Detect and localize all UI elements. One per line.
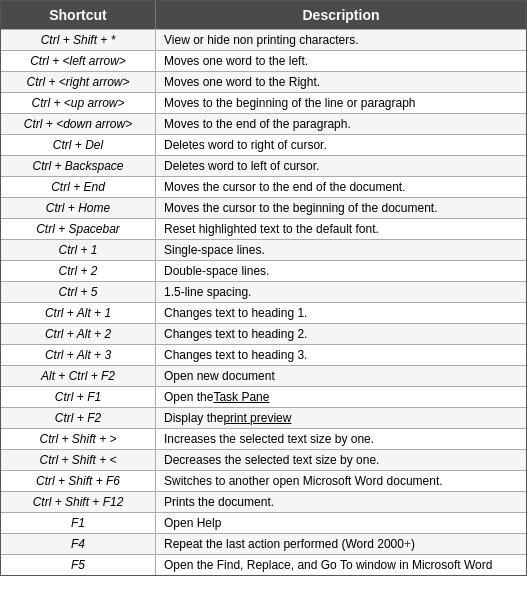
description-cell: Open the Find, Replace, and Go To window… (156, 555, 526, 575)
shortcut-cell: Ctrl + Alt + 3 (1, 345, 156, 365)
description-cell: 1.5-line spacing. (156, 282, 526, 302)
table-row: F1 Open Help (1, 512, 526, 533)
shortcut-cell: Ctrl + Alt + 1 (1, 303, 156, 323)
header-shortcut: Shortcut (1, 1, 156, 29)
table-row: Ctrl + Alt + 3Changes text to heading 3. (1, 344, 526, 365)
table-row: Ctrl + F1Open the Task Pane (1, 386, 526, 407)
table-row: Ctrl + EndMoves the cursor to the end of… (1, 176, 526, 197)
table-row: Ctrl + 51.5-line spacing. (1, 281, 526, 302)
description-cell: Moves to the end of the paragraph. (156, 114, 526, 134)
shortcut-cell: Ctrl + Shift + < (1, 450, 156, 470)
table-row: Ctrl + 1Single-space lines. (1, 239, 526, 260)
description-cell: Moves the cursor to the beginning of the… (156, 198, 526, 218)
description-cell: Changes text to heading 1. (156, 303, 526, 323)
table-header: Shortcut Description (1, 1, 526, 29)
description-cell: Deletes word to left of cursor. (156, 156, 526, 176)
table-row: Ctrl + BackspaceDeletes word to left of … (1, 155, 526, 176)
header-description: Description (156, 1, 526, 29)
table-row: Ctrl + SpacebarReset highlighted text to… (1, 218, 526, 239)
shortcut-cell: Ctrl + Shift + F6 (1, 471, 156, 491)
shortcut-cell: F5 (1, 555, 156, 575)
table-row: Ctrl + <up arrow>Moves to the beginning … (1, 92, 526, 113)
shortcut-cell: Ctrl + Shift + > (1, 429, 156, 449)
description-cell: Double-space lines. (156, 261, 526, 281)
description-cell: Prints the document. (156, 492, 526, 512)
table-row: F5Open the Find, Replace, and Go To wind… (1, 554, 526, 575)
shortcut-cell: Ctrl + F1 (1, 387, 156, 407)
table-row: Ctrl + Shift + >Increases the selected t… (1, 428, 526, 449)
description-cell: Increases the selected text size by one. (156, 429, 526, 449)
description-cell: Open Help (156, 513, 526, 533)
table-row: Ctrl + 2Double-space lines. (1, 260, 526, 281)
shortcut-cell: Ctrl + Shift + * (1, 30, 156, 50)
shortcut-cell: Ctrl + <down arrow> (1, 114, 156, 134)
table-row: Ctrl + <left arrow>Moves one word to the… (1, 50, 526, 71)
description-cell: Changes text to heading 3. (156, 345, 526, 365)
table-row: Ctrl + DelDeletes word to right of curso… (1, 134, 526, 155)
shortcut-cell: Ctrl + Shift + F12 (1, 492, 156, 512)
table-row: Ctrl + Shift + F12Prints the document. (1, 491, 526, 512)
shortcut-cell: Ctrl + <up arrow> (1, 93, 156, 113)
table-row: Ctrl + Alt + 2Changes text to heading 2. (1, 323, 526, 344)
shortcut-cell: Ctrl + Spacebar (1, 219, 156, 239)
description-cell: Single-space lines. (156, 240, 526, 260)
shortcut-cell: Ctrl + 5 (1, 282, 156, 302)
shortcut-cell: Ctrl + Alt + 2 (1, 324, 156, 344)
link-text[interactable]: print preview (223, 411, 291, 425)
table-row: Ctrl + F2Display the print preview (1, 407, 526, 428)
description-cell: Repeat the last action performed (Word 2… (156, 534, 526, 554)
table-row: Ctrl + HomeMoves the cursor to the begin… (1, 197, 526, 218)
shortcut-cell: F1 (1, 513, 156, 533)
shortcut-cell: Ctrl + 2 (1, 261, 156, 281)
link-text[interactable]: Task Pane (213, 390, 269, 404)
shortcut-cell: Ctrl + End (1, 177, 156, 197)
description-cell: Moves the cursor to the end of the docum… (156, 177, 526, 197)
shortcut-cell: Ctrl + Del (1, 135, 156, 155)
shortcut-cell: Ctrl + Backspace (1, 156, 156, 176)
table-row: Ctrl + Shift + <Decreases the selected t… (1, 449, 526, 470)
table-row: Ctrl + Shift + F6Switches to another ope… (1, 470, 526, 491)
shortcut-cell: F4 (1, 534, 156, 554)
description-cell: Display the print preview (156, 408, 526, 428)
description-cell: Open new document (156, 366, 526, 386)
description-cell: Moves one word to the Right. (156, 72, 526, 92)
description-cell: Reset highlighted text to the default fo… (156, 219, 526, 239)
shortcut-cell: Ctrl + <left arrow> (1, 51, 156, 71)
shortcut-cell: Ctrl + 1 (1, 240, 156, 260)
highlight-text: + (404, 537, 411, 551)
table-row: Ctrl + <down arrow>Moves to the end of t… (1, 113, 526, 134)
description-cell: Moves to the beginning of the line or pa… (156, 93, 526, 113)
description-cell: Moves one word to the left. (156, 51, 526, 71)
description-cell: Changes text to heading 2. (156, 324, 526, 344)
description-cell: Open the Task Pane (156, 387, 526, 407)
description-cell: Switches to another open Microsoft Word … (156, 471, 526, 491)
shortcut-cell: Ctrl + Home (1, 198, 156, 218)
shortcuts-table: Shortcut Description Ctrl + Shift + *Vie… (0, 0, 527, 576)
table-row: Ctrl + Alt + 1Changes text to heading 1. (1, 302, 526, 323)
table-row: F4Repeat the last action performed (Word… (1, 533, 526, 554)
table-row: Alt + Ctrl + F2Open new document (1, 365, 526, 386)
table-row: Ctrl + <right arrow>Moves one word to th… (1, 71, 526, 92)
shortcut-cell: Alt + Ctrl + F2 (1, 366, 156, 386)
shortcut-cell: Ctrl + F2 (1, 408, 156, 428)
table-row: Ctrl + Shift + *View or hide non printin… (1, 29, 526, 50)
description-cell: View or hide non printing characters. (156, 30, 526, 50)
shortcut-cell: Ctrl + <right arrow> (1, 72, 156, 92)
description-cell: Deletes word to right of cursor. (156, 135, 526, 155)
description-cell: Decreases the selected text size by one. (156, 450, 526, 470)
